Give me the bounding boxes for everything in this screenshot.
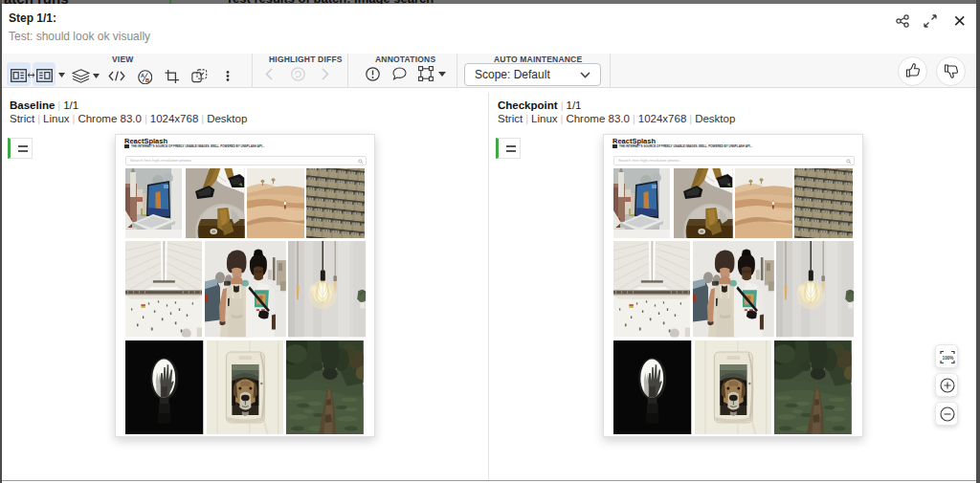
svg-text:B: B (145, 77, 149, 82)
svg-text:100%: 100% (943, 356, 954, 361)
svg-text:A: A (141, 72, 145, 77)
